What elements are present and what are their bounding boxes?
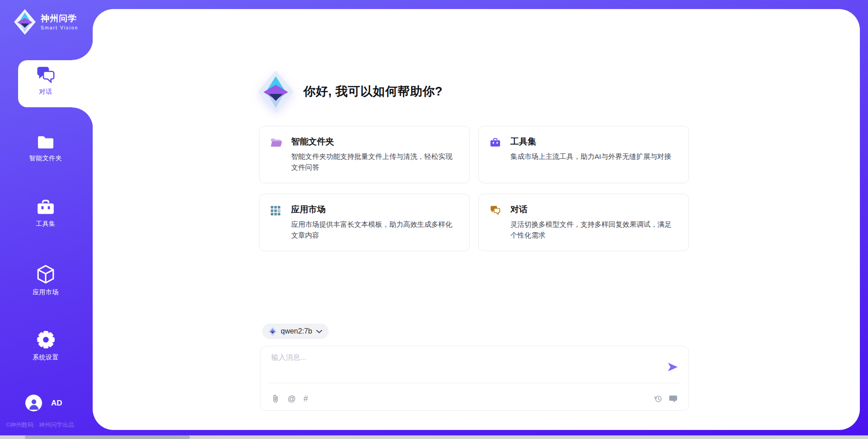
sidebar-footer: ©神州数码 · 神州问学出品 (6, 421, 74, 429)
composer-divider (269, 383, 680, 383)
folder-open-icon (270, 138, 282, 149)
sidebar-item-label: 应用市场 (0, 288, 91, 296)
composer-left-tools: @ # (271, 394, 308, 404)
user-initials: AD (51, 399, 62, 408)
send-icon (667, 362, 679, 372)
feature-cards: 智能文件夹 智能文件夹功能支持批量文件上传与清洗，轻松实现文件问答 工具集 集成… (259, 126, 689, 251)
sidebar-item-smart-folder[interactable]: 智能文件夹 (0, 135, 91, 162)
app-logo: 神州问学 Smart Vision (14, 9, 78, 35)
history-icon[interactable] (654, 394, 663, 403)
diamond-logo-icon (14, 9, 36, 35)
app-window: 神州问学 Smart Vision 对话 智能文件夹 工具集 (0, 0, 868, 439)
card-app-market[interactable]: 应用市场 应用市场提供丰富长文本模板，助力高效生成多样化文章内容 (259, 194, 470, 251)
greeting: 你好, 我可以如何帮助你? (258, 71, 443, 112)
model-selector[interactable]: qwen2:7b (262, 324, 329, 339)
card-toolbox[interactable]: 工具集 集成市场上主流工具，助力AI与外界无缝扩展与对接 (478, 126, 689, 183)
hash-icon[interactable]: # (303, 395, 308, 403)
card-description: 智能文件夹功能支持批量文件上传与清洗，轻松实现文件问答 (291, 151, 458, 173)
sidebar-item-app-market[interactable]: 应用市场 (0, 265, 91, 296)
sidebar-item-label: 对话 (0, 88, 91, 96)
card-title: 智能文件夹 (291, 137, 458, 147)
card-title: 应用市场 (291, 205, 458, 215)
brand-title: 神州问学 (41, 14, 78, 23)
card-title: 工具集 (510, 137, 678, 147)
diamond-logo-icon (258, 71, 293, 112)
send-button[interactable] (667, 362, 679, 372)
sidebar-item-toolbox[interactable]: 工具集 (0, 199, 91, 228)
sidebar-item-label: 工具集 (0, 220, 91, 228)
toolbox-icon (490, 138, 501, 149)
sidebar-item-label: 系统设置 (0, 353, 91, 362)
paperclip-icon[interactable] (271, 394, 280, 404)
comment-icon[interactable] (669, 394, 678, 403)
greeting-text: 你好, 我可以如何帮助你? (303, 83, 443, 100)
brand-subtitle: Smart Vision (41, 25, 78, 30)
chevron-down-icon (316, 329, 322, 334)
composer-right-tools (654, 394, 678, 403)
toolbox-icon (36, 199, 55, 217)
composer-toolbar: @ # (271, 394, 678, 404)
grid-icon (270, 205, 281, 218)
diamond-logo-icon (269, 327, 277, 336)
model-name: qwen2:7b (281, 327, 312, 335)
chat-icon (36, 66, 55, 85)
chat-icon (490, 205, 501, 217)
person-icon (26, 396, 42, 411)
tab-connector-bottom (72, 107, 93, 129)
cube-icon (37, 265, 54, 286)
sidebar-item-label: 智能文件夹 (0, 154, 91, 162)
card-description: 集成市场上主流工具，助力AI与外界无缝扩展与对接 (510, 151, 678, 162)
card-chat[interactable]: 对话 灵活切换多模型文件，支持多样回复效果调试，满足个性化需求 (478, 194, 689, 251)
folder-icon (37, 135, 55, 152)
gear-icon (37, 330, 55, 351)
sidebar-item-chat[interactable]: 对话 (0, 66, 91, 96)
sidebar-item-settings[interactable]: 系统设置 (0, 330, 91, 362)
horizontal-scrollbar-track[interactable] (0, 435, 868, 439)
tab-connector-top (72, 39, 93, 60)
horizontal-scrollbar-thumb[interactable] (25, 435, 190, 439)
message-input[interactable] (270, 352, 831, 378)
message-composer: @ # (260, 346, 689, 411)
card-description: 灵活切换多模型文件，支持多样回复效果调试，满足个性化需求 (510, 219, 678, 241)
card-description: 应用市场提供丰富长文本模板，助力高效生成多样化文章内容 (291, 219, 458, 241)
user-profile[interactable]: AD (25, 395, 62, 411)
card-title: 对话 (510, 205, 678, 215)
avatar (25, 395, 42, 411)
card-smart-folder[interactable]: 智能文件夹 智能文件夹功能支持批量文件上传与清洗，轻松实现文件问答 (259, 126, 470, 183)
at-icon[interactable]: @ (288, 395, 296, 403)
